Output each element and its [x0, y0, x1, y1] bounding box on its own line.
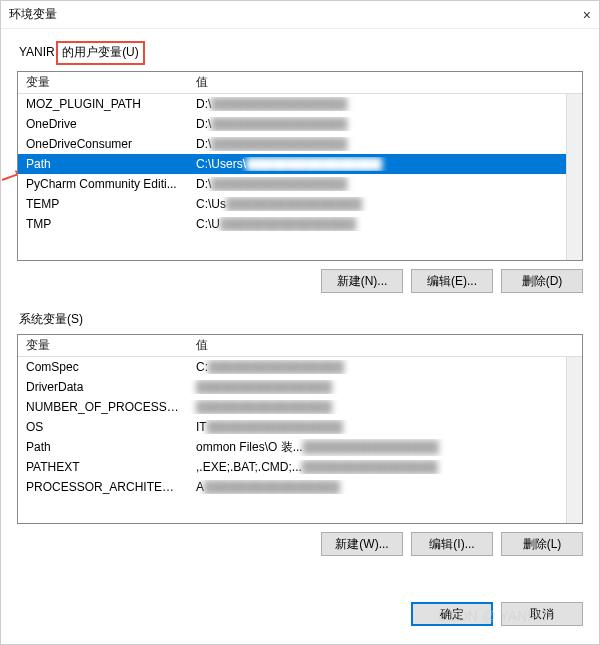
dialog-content: YANIR 的用户变量(U) 变量 值 MOZ_PLUGIN_PATHD:\██… [1, 29, 599, 590]
var-name-cell: NUMBER_OF_PROCESSORS [18, 400, 188, 414]
var-value-cell: C:████████████████ [188, 360, 582, 374]
table-row[interactable]: OS IT████████████████ [18, 417, 582, 437]
var-value-cell: C:\Us████████████████ [188, 197, 582, 211]
table-header: 变量 值 [18, 72, 582, 94]
var-name-cell: OneDrive [18, 117, 188, 131]
scrollbar[interactable] [566, 72, 582, 260]
var-name-cell: OneDriveConsumer [18, 137, 188, 151]
user-buttons: 新建(N)... 编辑(E)... 删除(D) [17, 269, 583, 293]
table-row[interactable]: Path ommon Files\O 装...████████████████ [18, 437, 582, 457]
var-name-cell: PyCharm Community Editi... [18, 177, 188, 191]
user-var-label: YANIR 的用户变量(U) [17, 41, 583, 65]
var-name-cell: MOZ_PLUGIN_PATH [18, 97, 188, 111]
table-row[interactable]: OneDriveConsumerD:\████████████████ [18, 134, 582, 154]
cancel-button[interactable]: 取消 [501, 602, 583, 626]
user-variables-group: YANIR 的用户变量(U) 变量 值 MOZ_PLUGIN_PATHD:\██… [17, 41, 583, 293]
table-row[interactable]: OneDriveD:\████████████████ [18, 114, 582, 134]
table-row[interactable]: MOZ_PLUGIN_PATHD:\████████████████ [18, 94, 582, 114]
table-header: 变量 值 [18, 335, 582, 357]
var-name-cell: Path [18, 440, 188, 454]
var-name-cell: TEMP [18, 197, 188, 211]
var-name-cell: PATHEXT [18, 460, 188, 474]
col-value[interactable]: 值 [188, 337, 582, 354]
var-value-cell: IT████████████████ [188, 420, 582, 434]
system-edit-button[interactable]: 编辑(I)... [411, 532, 493, 556]
col-variable[interactable]: 变量 [18, 74, 188, 91]
system-var-table[interactable]: 变量 值 ComSpecC:████████████████DriverData… [17, 334, 583, 524]
var-value-cell: ommon Files\O 装...████████████████ [188, 439, 582, 456]
system-delete-button[interactable]: 删除(L) [501, 532, 583, 556]
table-row[interactable]: TEMPC:\Us████████████████ [18, 194, 582, 214]
system-buttons: 新建(W)... 编辑(I)... 删除(L) [17, 532, 583, 556]
var-value-cell: D:\████████████████ [188, 137, 582, 151]
var-name-cell: DriverData [18, 380, 188, 394]
user-edit-button[interactable]: 编辑(E)... [411, 269, 493, 293]
table-row[interactable]: TMPC:\U████████████████ [18, 214, 582, 234]
col-variable[interactable]: 变量 [18, 337, 188, 354]
var-value-cell: D:\████████████████ [188, 177, 582, 191]
var-name-cell: OS [18, 420, 188, 434]
user-delete-button[interactable]: 删除(D) [501, 269, 583, 293]
user-var-table[interactable]: 变量 值 MOZ_PLUGIN_PATHD:\████████████████O… [17, 71, 583, 261]
var-value-cell: C:\U████████████████ [188, 217, 582, 231]
user-label-prefix: YANIR [19, 45, 58, 59]
system-var-label: 系统变量(S) [17, 311, 583, 328]
var-value-cell: ████████████████ [188, 400, 582, 414]
var-name-cell: TMP [18, 217, 188, 231]
var-name-cell: PROCESSOR_ARCHITECT... [18, 480, 188, 494]
var-value-cell: C:\Users\████████████████ [188, 157, 582, 171]
dialog-buttons: 确定 取消 [411, 602, 599, 626]
system-new-button[interactable]: 新建(W)... [321, 532, 403, 556]
var-name-cell: Path [18, 157, 188, 171]
table-row[interactable]: PathC:\Users\████████████████ [18, 154, 582, 174]
title-bar: 环境变量 × [1, 1, 599, 29]
table-row[interactable]: DriverData████████████████ [18, 377, 582, 397]
dialog-title: 环境变量 [9, 6, 57, 23]
close-icon[interactable]: × [583, 7, 591, 23]
user-new-button[interactable]: 新建(N)... [321, 269, 403, 293]
var-value-cell: D:\████████████████ [188, 97, 582, 111]
user-label-highlight: 的用户变量(U) [56, 41, 145, 65]
table-row[interactable]: PyCharm Community Editi...D:\███████████… [18, 174, 582, 194]
var-value-cell: A████████████████ [188, 480, 582, 494]
ok-button[interactable]: 确定 [411, 602, 493, 626]
table-row[interactable]: PATHEXT ,.EXE;.BAT;.CMD;...█████████████… [18, 457, 582, 477]
table-row[interactable]: NUMBER_OF_PROCESSORS████████████████ [18, 397, 582, 417]
table-row[interactable]: ComSpecC:████████████████ [18, 357, 582, 377]
var-value-cell: ████████████████ [188, 380, 582, 394]
scrollbar[interactable] [566, 335, 582, 523]
col-value[interactable]: 值 [188, 74, 582, 91]
var-value-cell: D:\████████████████ [188, 117, 582, 131]
table-row[interactable]: PROCESSOR_ARCHITECT...A████████████████ [18, 477, 582, 497]
system-variables-group: 系统变量(S) 变量 值 ComSpecC:████████████████Dr… [17, 311, 583, 556]
var-name-cell: ComSpec [18, 360, 188, 374]
env-variables-dialog: 环境变量 × YANIR 的用户变量(U) 变量 值 MOZ_PLUGIN_PA… [0, 0, 600, 645]
var-value-cell: ,.EXE;.BAT;.CMD;...████████████████ [188, 460, 582, 474]
